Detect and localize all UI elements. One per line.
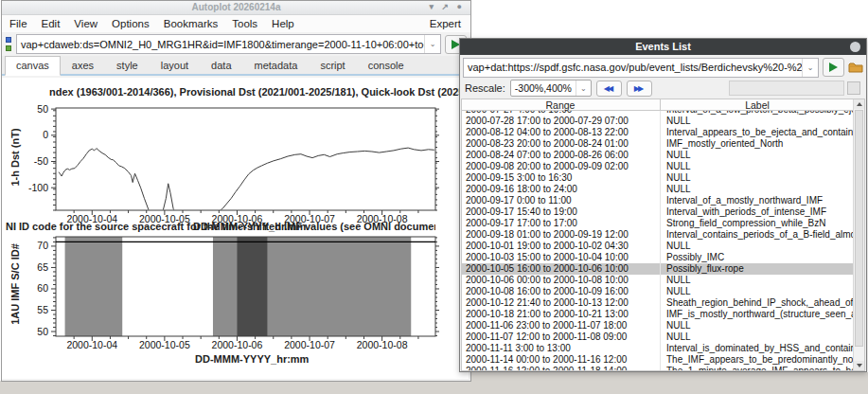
cell-label[interactable]: NULL bbox=[660, 320, 854, 331]
cell-range[interactable]: 2000-07-28 17:00 to 2000-07-29 07:00 bbox=[462, 116, 660, 127]
tab-style[interactable]: style bbox=[105, 56, 150, 74]
menu-help[interactable]: Help bbox=[272, 18, 294, 29]
cell-label[interactable]: NULL bbox=[660, 172, 854, 184]
plot-canvas[interactable]: ndex (1963/001-2014/366), Provisional Ds… bbox=[2, 78, 469, 379]
rescale-combo[interactable]: -300%,400% ⌄ bbox=[510, 80, 592, 97]
dst-plot[interactable]: 500-50-1002000-10-042000-10-052000-10-06… bbox=[2, 89, 469, 227]
cell-range[interactable]: 2000-11-14 00:00 to 2000-11-16 12:00 bbox=[462, 354, 660, 366]
cell-range[interactable]: 2000-10-03 15:00 to 2000-10-04 10:00 bbox=[462, 252, 660, 263]
events-table-header[interactable]: Range Label bbox=[462, 99, 864, 111]
cell-label[interactable]: Interval_contains_periods_of_a_B-field_a… bbox=[660, 229, 854, 241]
cell-label[interactable]: Sheath_region_behind_IP_shock,_ahead_of_… bbox=[660, 297, 854, 309]
table-row[interactable]: 2000-09-17 0:00 to 11:00Interval_of_a_mo… bbox=[462, 195, 854, 206]
table-row[interactable]: 2000-11-14 00:00 to 2000-11-16 12:00The_… bbox=[462, 354, 854, 366]
menu-view[interactable]: View bbox=[74, 18, 97, 29]
uri-text[interactable]: vap+cdaweb:ds=OMNI2_H0_MRG1HR&id=IMF1800… bbox=[17, 39, 424, 50]
cell-label[interactable]: Interval_is_dominated_by_HSS_and_contain… bbox=[660, 343, 854, 354]
table-row[interactable]: 2000-10-05 16:00 to 2000-10-06 10:00Poss… bbox=[462, 263, 854, 275]
table-row[interactable]: 2000-10-08 16:00 to 2000-10-09 16:00NULL bbox=[462, 286, 854, 297]
cell-label[interactable]: Interval_appears_to_be_ejecta_and_contai… bbox=[660, 127, 854, 138]
cell-range[interactable]: 2000-09-17 17:00 to 17:00 bbox=[462, 218, 660, 229]
folder-icon[interactable] bbox=[848, 61, 863, 74]
cell-label[interactable]: The_IMF_appears_to_be_predominantly_nort… bbox=[660, 354, 854, 366]
cell-range[interactable]: 2000-09-17 0:00 to 11:00 bbox=[462, 195, 660, 206]
cell-label[interactable]: Possibly_IMC bbox=[660, 252, 854, 263]
table-row[interactable]: 2000-09-18 01:00 to 2000-09-19 12:00Inte… bbox=[462, 229, 854, 241]
cell-label[interactable]: NULL bbox=[660, 184, 854, 195]
table-row[interactable]: 2000-09-17 15:40 to 19:00Interval_with_p… bbox=[462, 206, 854, 218]
tab-canvas[interactable]: canvas bbox=[5, 56, 61, 76]
events-titlebar[interactable]: Events List bbox=[460, 39, 866, 55]
previous-event-button[interactable]: ◀◀ bbox=[596, 81, 622, 97]
scroll-down-button[interactable] bbox=[854, 361, 864, 370]
cell-range[interactable]: 2000-09-16 18:00 to 24:00 bbox=[462, 184, 660, 195]
column-header-range[interactable]: Range bbox=[462, 99, 659, 111]
table-row[interactable]: 2000-08-12 04:00 to 2000-08-13 22:00Inte… bbox=[462, 127, 854, 138]
table-row[interactable]: 2000-09-16 18:00 to 24:00NULL bbox=[462, 184, 854, 195]
table-row[interactable]: 2000-09-08 20:00 to 2000-09-09 02:00NULL bbox=[462, 161, 854, 172]
autoplot-titlebar[interactable]: Autoplot 20260214a ▾ ↗ ● bbox=[2, 1, 470, 15]
cell-range[interactable]: 2000-10-12 21:40 to 2000-10-13 12:00 bbox=[462, 297, 660, 309]
menu-options[interactable]: Options bbox=[112, 18, 150, 29]
cell-label[interactable]: IMF_is_mostly_northward_(structure_seen_… bbox=[660, 309, 854, 320]
datasource-drag-icon[interactable] bbox=[6, 37, 13, 51]
events-scrollbar[interactable] bbox=[853, 99, 864, 370]
events-window-button[interactable] bbox=[850, 42, 860, 52]
cell-range[interactable]: 2000-09-08 20:00 to 2000-09-09 02:00 bbox=[462, 161, 660, 172]
next-event-button[interactable]: ▶▶ bbox=[627, 81, 652, 97]
cell-label[interactable]: Interval_with_periods_of_intense_IMF bbox=[660, 206, 854, 218]
chevron-down-icon[interactable]: ⌄ bbox=[576, 81, 591, 96]
table-row[interactable]: 2000-08-24 07:00 to 2000-08-26 06:00NULL bbox=[462, 150, 854, 161]
column-header-label[interactable]: Label bbox=[660, 98, 854, 111]
spacecraft-id-plot[interactable]: 70656055502000-10-042000-10-052000-10-06… bbox=[2, 229, 469, 371]
scrollbar-thumb[interactable] bbox=[855, 110, 863, 347]
cell-range[interactable]: 2000-11-11 3:00 to 13:00 bbox=[462, 343, 660, 354]
aux-button[interactable] bbox=[847, 81, 860, 95]
table-row[interactable]: 2000-10-18 21:00 to 2000-10-21 13:00IMF_… bbox=[462, 309, 854, 320]
cell-label[interactable]: NULL bbox=[660, 150, 854, 161]
window-controls[interactable]: ▾ ↗ ● bbox=[430, 1, 466, 14]
cell-range[interactable]: 2000-10-18 21:00 to 2000-10-21 13:00 bbox=[462, 309, 660, 320]
cell-label[interactable]: NULL bbox=[660, 286, 854, 297]
cell-range[interactable]: 2000-11-16 12:00 to 2000-11-18 14:00 bbox=[462, 366, 660, 370]
tab-script[interactable]: script bbox=[309, 56, 356, 74]
tab-console[interactable]: console bbox=[357, 56, 416, 74]
cell-label[interactable]: IMF_mostly_oriented_North bbox=[660, 138, 854, 150]
cell-label[interactable]: NULL bbox=[660, 275, 854, 286]
cell-range[interactable]: 2000-11-06 23:00 to 2000-11-07 18:00 bbox=[462, 320, 660, 331]
cell-label[interactable]: NULL bbox=[660, 116, 854, 127]
menu-tools[interactable]: Tools bbox=[232, 18, 257, 29]
scroll-up-button[interactable] bbox=[854, 99, 864, 109]
cell-range[interactable]: 2000-09-15 3:00 to 16:30 bbox=[462, 172, 660, 184]
table-row[interactable]: 2000-10-01 19:00 to 2000-10-02 04:30NULL bbox=[462, 241, 854, 252]
cell-label[interactable]: The_1_minute_average_IMF_appears_to_be_m… bbox=[660, 366, 854, 370]
cell-range[interactable]: 2000-09-18 01:00 to 2000-09-19 12:00 bbox=[462, 229, 660, 241]
cell-range[interactable]: 2000-08-12 04:00 to 2000-08-13 22:00 bbox=[462, 127, 660, 138]
cell-range[interactable]: 2000-10-01 19:00 to 2000-10-02 04:30 bbox=[462, 241, 660, 252]
table-row[interactable]: 2000-10-06 00:00 to 2000-10-08 10:00NULL bbox=[462, 275, 854, 286]
expert-mode-label[interactable]: Expert bbox=[430, 18, 461, 29]
table-row[interactable]: 2000-10-12 21:40 to 2000-10-13 12:00Shea… bbox=[462, 297, 854, 309]
table-row[interactable]: 2000-11-07 12:00 to 2000-11-08 09:00NULL bbox=[462, 331, 854, 343]
cell-range[interactable]: 2000-11-07 12:00 to 2000-11-08 09:00 bbox=[462, 331, 660, 343]
events-go-button[interactable] bbox=[823, 58, 844, 77]
table-row[interactable]: 2000-11-11 3:00 to 13:00Interval_is_domi… bbox=[462, 343, 854, 354]
table-row[interactable]: 2000-11-16 12:00 to 2000-11-18 14:00The_… bbox=[462, 366, 854, 370]
menu-file[interactable]: File bbox=[9, 18, 27, 29]
table-row[interactable]: 2000-09-15 3:00 to 16:30NULL bbox=[462, 172, 854, 184]
table-row[interactable]: 2000-07-28 17:00 to 2000-07-29 07:00NULL bbox=[462, 116, 854, 127]
tab-layout[interactable]: layout bbox=[150, 56, 200, 74]
menu-edit[interactable]: Edit bbox=[42, 18, 61, 29]
cell-label[interactable]: NULL bbox=[660, 161, 854, 172]
chevron-down-icon[interactable]: ⌄ bbox=[802, 59, 818, 77]
menu-bookmarks[interactable]: Bookmarks bbox=[164, 18, 219, 29]
cell-range[interactable]: 2000-10-08 16:00 to 2000-10-09 16:00 bbox=[462, 286, 660, 297]
events-uri-input[interactable]: vap+dat:https://spdf.gsfc.nasa.gov/pub/e… bbox=[463, 58, 819, 78]
cell-label[interactable]: Strong_field_compression_while_BzN bbox=[660, 218, 854, 229]
table-row[interactable]: 2000-09-17 17:00 to 17:00Strong_field_co… bbox=[462, 218, 854, 229]
cell-range[interactable]: 2000-09-17 15:40 to 19:00 bbox=[462, 206, 660, 218]
cell-range[interactable]: 2000-08-24 07:00 to 2000-08-26 06:00 bbox=[462, 150, 660, 161]
cell-label[interactable]: NULL bbox=[660, 241, 854, 252]
cell-range[interactable]: 2000-10-06 00:00 to 2000-10-08 10:00 bbox=[462, 275, 660, 286]
events-uri-text[interactable]: vap+dat:https://spdf.gsfc.nasa.gov/pub/e… bbox=[464, 62, 802, 73]
